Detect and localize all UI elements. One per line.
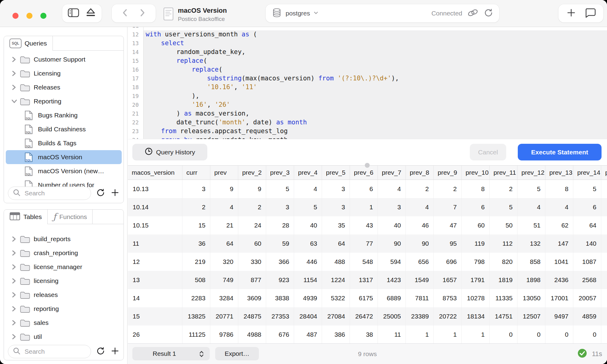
cell-prev_13[interactable]: 1041 bbox=[545, 253, 573, 271]
cell-prev_13[interactable]: 147 bbox=[545, 234, 573, 253]
add-query-plus-icon[interactable] bbox=[110, 188, 120, 198]
cell-prev_5[interactable]: 35 bbox=[322, 216, 350, 234]
cell-prev_5[interactable]: 3 bbox=[322, 198, 350, 216]
chevron-right-icon[interactable] bbox=[11, 277, 20, 285]
cell-prev_6[interactable]: 1317 bbox=[350, 271, 378, 289]
cell-prev_10[interactable]: 1791 bbox=[462, 271, 490, 289]
sidebar-item-license-manager[interactable]: license_manager bbox=[4, 260, 124, 274]
cell-prev_10[interactable]: 6 bbox=[462, 198, 490, 216]
cell-prev_7[interactable]: 11 bbox=[378, 325, 406, 344]
chevron-down-icon[interactable] bbox=[313, 11, 319, 16]
cell-prev_4[interactable]: 1154 bbox=[294, 271, 322, 289]
cell-curr[interactable]: 2283 bbox=[182, 289, 210, 307]
cell-macos-version[interactable]: 11 bbox=[128, 234, 182, 253]
cell-prev_12[interactable]: 858 bbox=[517, 253, 545, 271]
cell-prev_9[interactable]: 2 bbox=[434, 180, 462, 198]
reconnect-refresh-icon[interactable] bbox=[483, 8, 493, 19]
chevron-right-icon[interactable] bbox=[11, 263, 20, 271]
cell-prev_13[interactable]: 0 bbox=[545, 325, 573, 344]
cell-curr[interactable]: 2 bbox=[182, 198, 210, 216]
cell-prev_9[interactable]: 1657 bbox=[434, 271, 462, 289]
column-header-prev_6[interactable]: prev_6 bbox=[350, 166, 378, 180]
cell-curr[interactable]: 15 bbox=[182, 216, 210, 234]
cell-prev_8[interactable]: 90 bbox=[406, 234, 434, 253]
cell-prev_6[interactable]: 1 bbox=[350, 198, 378, 216]
cell-prev_14[interactable]: 0 bbox=[573, 325, 601, 344]
query-history-button[interactable]: Query History bbox=[132, 144, 207, 160]
sidebar-item-customer-support[interactable]: Customer Support bbox=[4, 52, 124, 66]
cell-prev_10[interactable]: 798 bbox=[462, 253, 490, 271]
column-header-prev_15[interactable]: prev_15 bbox=[601, 166, 607, 180]
cell-prev_13[interactable]: 9497 bbox=[545, 307, 573, 325]
cell-prev_10[interactable]: 1 bbox=[462, 325, 490, 344]
refresh-tables-icon[interactable] bbox=[96, 346, 105, 357]
cell-prev_4[interactable]: 446 bbox=[294, 253, 322, 271]
chevron-right-icon[interactable] bbox=[11, 56, 20, 63]
cell-prev_7[interactable]: 40 bbox=[378, 216, 406, 234]
cell-prev_4[interactable]: 4 bbox=[294, 180, 322, 198]
chevron-right-icon[interactable] bbox=[11, 249, 20, 257]
column-header-prev_12[interactable]: prev_12 bbox=[517, 166, 545, 180]
cell-prev_8[interactable]: 1549 bbox=[406, 271, 434, 289]
sidebar-item-reporting[interactable]: Reporting bbox=[4, 94, 124, 108]
cell-prev_9[interactable]: 7 bbox=[434, 198, 462, 216]
chevron-right-icon[interactable] bbox=[11, 291, 20, 298]
cell-prev_6[interactable]: 548 bbox=[350, 253, 378, 271]
cell-prev_11[interactable]: 14751 bbox=[490, 307, 517, 325]
table-row-11[interactable]: 1136646059636477909095119112132147140 bbox=[128, 234, 607, 253]
cell-prev_7[interactable]: 594 bbox=[378, 253, 406, 271]
column-header-curr[interactable]: curr bbox=[182, 166, 210, 180]
sidebar-item-crash-reporting[interactable]: crash_reporting bbox=[4, 246, 124, 260]
cell-prev_5[interactable]: 27084 bbox=[322, 307, 350, 325]
cell-prev_10[interactable]: 60 bbox=[462, 216, 490, 234]
cell-prev[interactable]: 4 bbox=[210, 198, 238, 216]
table-row-26[interactable]: 26111259786498867648738638111110000 bbox=[128, 325, 607, 344]
cell-prev_9[interactable]: 20722 bbox=[434, 307, 462, 325]
cell-prev_14[interactable]: 64 bbox=[573, 216, 601, 234]
sidebar-item-releases[interactable]: releases bbox=[4, 288, 124, 302]
eject-disconnect-icon[interactable] bbox=[85, 7, 97, 19]
column-header-prev_9[interactable]: prev_9 bbox=[434, 166, 462, 180]
cell-macos-version[interactable]: 10.14 bbox=[128, 198, 182, 216]
cell-prev_8[interactable]: 1 bbox=[406, 325, 434, 344]
cell-prev_8[interactable]: 7811 bbox=[406, 289, 434, 307]
queries-search-field[interactable] bbox=[8, 187, 91, 200]
chevron-right-icon[interactable] bbox=[11, 70, 20, 77]
cell-prev_14[interactable]: 6 bbox=[573, 198, 601, 216]
cell-prev_7[interactable]: 4 bbox=[378, 180, 406, 198]
cell-prev_12[interactable]: 1898 bbox=[517, 271, 545, 289]
cell-curr[interactable]: 13825 bbox=[182, 307, 210, 325]
sidebar-item-build-reports[interactable]: build_reports bbox=[4, 232, 124, 246]
sidebar-item-releases[interactable]: Releases bbox=[4, 80, 124, 94]
cell-prev_12[interactable]: 51 bbox=[517, 216, 545, 234]
cell-prev_3[interactable]: 59 bbox=[266, 234, 294, 253]
sql-editor[interactable]: 1112with user_versions_month as (13 sele… bbox=[128, 27, 607, 139]
cell-prev_13[interactable]: 2436 bbox=[545, 271, 573, 289]
column-header-prev_7[interactable]: prev_7 bbox=[378, 166, 406, 180]
cell-prev_2[interactable]: 24 bbox=[238, 216, 266, 234]
back-icon[interactable] bbox=[121, 7, 129, 19]
cell-prev_12[interactable]: 0 bbox=[517, 325, 545, 344]
cell-prev_2[interactable]: 24875 bbox=[238, 307, 266, 325]
sidebar-item-licensing[interactable]: licensing bbox=[4, 274, 124, 288]
database-selector[interactable]: postgres bbox=[286, 10, 310, 17]
cell-prev_5[interactable]: 488 bbox=[322, 253, 350, 271]
cell-prev_9[interactable]: 47 bbox=[434, 216, 462, 234]
cell-prev_9[interactable]: 1 bbox=[434, 325, 462, 344]
cancel-button[interactable]: Cancel bbox=[470, 144, 506, 160]
cell-prev_6[interactable]: 6175 bbox=[350, 289, 378, 307]
table-row-15[interactable]: 1513825207712487527353284042708426472250… bbox=[128, 307, 607, 325]
chevron-right-icon[interactable] bbox=[11, 235, 20, 243]
cell-prev_4[interactable]: 4939 bbox=[294, 289, 322, 307]
cell-prev_3[interactable]: 27353 bbox=[266, 307, 294, 325]
sidebar-item-bugs-ranking[interactable]: SQLBugs Ranking bbox=[4, 108, 124, 122]
cell-prev_3[interactable]: 676 bbox=[266, 325, 294, 344]
tab-functions[interactable]: ƒ Functions bbox=[48, 210, 93, 224]
cell-prev_9[interactable]: 696 bbox=[434, 253, 462, 271]
cell-prev_2[interactable]: 9 bbox=[238, 180, 266, 198]
chevron-right-icon[interactable] bbox=[11, 84, 20, 91]
column-header-prev[interactable]: prev bbox=[210, 166, 238, 180]
table-row-10-14[interactable]: 10.14242353134765446 bbox=[128, 198, 607, 216]
cell-prev_9[interactable]: 8753 bbox=[434, 289, 462, 307]
cell-prev_4[interactable]: 63 bbox=[294, 234, 322, 253]
